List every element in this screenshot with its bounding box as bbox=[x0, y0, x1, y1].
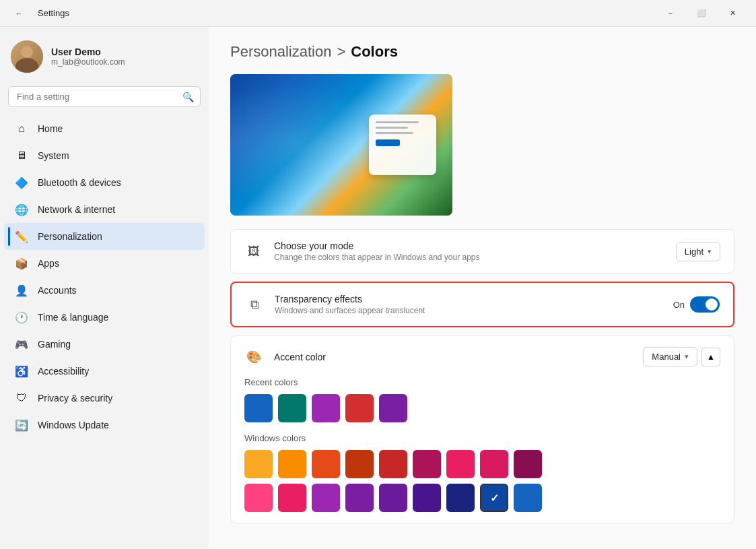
windows-color-swatch-0[interactable] bbox=[244, 450, 273, 478]
accent-dropdown[interactable]: Manual ▾ bbox=[643, 347, 697, 366]
breadcrumb-separator: > bbox=[337, 43, 345, 61]
accent-section: 🎨 Accent color Manual ▾ ▲ Recent colors bbox=[230, 335, 734, 523]
transparency-title: Transparency effects bbox=[275, 294, 662, 304]
windows-color-swatch-10[interactable] bbox=[278, 484, 306, 512]
recent-color-swatch-2[interactable] bbox=[312, 394, 340, 422]
transparency-card: ⧉ Transparency effects Windows and surfa… bbox=[230, 282, 734, 327]
windows-color-swatch-11[interactable] bbox=[312, 484, 340, 512]
windows-color-swatch-12[interactable] bbox=[345, 484, 374, 512]
transparency-control: On bbox=[673, 296, 720, 313]
windows-color-swatch-4[interactable] bbox=[379, 450, 407, 478]
sidebar-item-bluetooth[interactable]: 🔷 Bluetooth & devices bbox=[4, 169, 205, 196]
toggle-knob bbox=[706, 298, 718, 311]
accent-value: Manual bbox=[652, 352, 681, 362]
nav-icon-windows-update: 🔄 bbox=[15, 418, 28, 432]
nav-label-network: Network & internet bbox=[38, 204, 115, 215]
back-button[interactable]: ← bbox=[8, 3, 30, 24]
preview-image bbox=[230, 74, 452, 216]
mode-text: Choose your mode Change the colors that … bbox=[274, 240, 665, 262]
nav-label-apps: Apps bbox=[38, 258, 59, 269]
windows-color-swatch-6[interactable] bbox=[446, 450, 475, 478]
recent-color-swatch-1[interactable] bbox=[278, 394, 306, 422]
nav-label-home: Home bbox=[38, 123, 63, 134]
mode-dropdown-arrow: ▾ bbox=[708, 247, 712, 256]
collapse-icon: ▲ bbox=[707, 352, 715, 362]
nav-icon-network: 🌐 bbox=[15, 203, 28, 216]
minimize-button[interactable]: − bbox=[655, 3, 686, 24]
user-name: User Demo bbox=[51, 46, 125, 57]
nav-label-windows-update: Windows Update bbox=[38, 420, 109, 430]
windows-color-swatch-17[interactable] bbox=[514, 484, 542, 512]
mode-icon: 🖼 bbox=[244, 242, 263, 261]
sidebar-item-accessibility[interactable]: ♿ Accessibility bbox=[4, 358, 205, 385]
windows-color-swatch-13[interactable] bbox=[379, 484, 407, 512]
sidebar: User Demo m_lab@outlook.com 🔍 ⌂ Home 🖥 S… bbox=[0, 27, 209, 549]
windows-color-swatch-2[interactable] bbox=[312, 450, 340, 478]
user-info: User Demo m_lab@outlook.com bbox=[51, 46, 125, 67]
accent-dropdown-arrow: ▾ bbox=[685, 352, 689, 361]
sidebar-item-privacy[interactable]: 🛡 Privacy & security bbox=[4, 385, 205, 412]
maximize-button[interactable]: ⬜ bbox=[686, 3, 717, 24]
nav-label-accessibility: Accessibility bbox=[38, 366, 89, 377]
breadcrumb-parent: Personalization bbox=[230, 43, 331, 61]
toggle-label: On bbox=[673, 300, 685, 310]
windows-color-swatch-9[interactable] bbox=[244, 484, 273, 512]
window-controls: − ⬜ ✕ bbox=[655, 3, 748, 24]
main-content: Personalization > Colors 🖼 Choose your m… bbox=[209, 27, 756, 549]
sidebar-item-personalization[interactable]: ✏️ Personalization bbox=[4, 223, 205, 250]
nav-label-bluetooth: Bluetooth & devices bbox=[38, 177, 121, 188]
preview-card bbox=[369, 115, 436, 175]
user-email: m_lab@outlook.com bbox=[51, 57, 125, 67]
nav-icon-accounts: 👤 bbox=[15, 284, 28, 297]
card-line-3 bbox=[376, 132, 413, 134]
windows-color-swatch-5[interactable] bbox=[413, 450, 441, 478]
windows-colors-label: Windows colors bbox=[244, 433, 720, 443]
mode-dropdown[interactable]: Light ▾ bbox=[676, 242, 720, 261]
accent-header: 🎨 Accent color Manual ▾ ▲ bbox=[231, 336, 734, 377]
nav-label-time: Time & language bbox=[38, 312, 108, 323]
breadcrumb-current: Colors bbox=[351, 43, 398, 61]
sidebar-item-gaming[interactable]: 🎮 Gaming bbox=[4, 331, 205, 358]
windows-color-swatch-8[interactable] bbox=[514, 450, 542, 478]
nav-container: ⌂ Home 🖥 System 🔷 Bluetooth & devices 🌐 … bbox=[0, 115, 209, 439]
transparency-icon: ⧉ bbox=[245, 295, 264, 314]
search-box: 🔍 bbox=[8, 86, 201, 107]
windows-color-swatch-14[interactable] bbox=[413, 484, 441, 512]
card-line-1 bbox=[376, 121, 419, 123]
close-button[interactable]: ✕ bbox=[717, 3, 748, 24]
recent-color-swatch-4[interactable] bbox=[379, 394, 407, 422]
search-input[interactable] bbox=[8, 86, 201, 107]
nav-icon-accessibility: ♿ bbox=[15, 364, 28, 378]
sidebar-item-system[interactable]: 🖥 System bbox=[4, 142, 205, 169]
recent-color-swatch-3[interactable] bbox=[345, 394, 374, 422]
nav-icon-time: 🕐 bbox=[15, 311, 28, 324]
recent-color-swatch-0[interactable] bbox=[244, 394, 273, 422]
nav-label-personalization: Personalization bbox=[38, 231, 102, 242]
sidebar-item-home[interactable]: ⌂ Home bbox=[4, 115, 205, 142]
nav-icon-bluetooth: 🔷 bbox=[15, 176, 28, 189]
sidebar-item-time[interactable]: 🕐 Time & language bbox=[4, 304, 205, 331]
accent-collapse-button[interactable]: ▲ bbox=[701, 348, 720, 366]
transparency-subtitle: Windows and surfaces appear translucent bbox=[275, 306, 662, 315]
windows-color-swatch-1[interactable] bbox=[278, 450, 306, 478]
sidebar-item-network[interactable]: 🌐 Network & internet bbox=[4, 196, 205, 223]
transparency-toggle[interactable] bbox=[690, 296, 720, 313]
mode-card: 🖼 Choose your mode Change the colors tha… bbox=[230, 229, 734, 273]
search-icon: 🔍 bbox=[182, 92, 194, 102]
accent-icon: 🎨 bbox=[244, 348, 263, 366]
windows-color-swatch-16[interactable] bbox=[480, 484, 508, 512]
windows-color-swatch-7[interactable] bbox=[480, 450, 508, 478]
sidebar-item-accounts[interactable]: 👤 Accounts bbox=[4, 277, 205, 304]
nav-icon-system: 🖥 bbox=[15, 149, 28, 162]
windows-color-swatch-15[interactable] bbox=[446, 484, 475, 512]
user-profile[interactable]: User Demo m_lab@outlook.com bbox=[0, 35, 209, 84]
accent-title: Accent color bbox=[274, 352, 632, 362]
windows-color-swatch-3[interactable] bbox=[345, 450, 374, 478]
mode-control: Light ▾ bbox=[676, 242, 720, 261]
nav-label-system: System bbox=[38, 150, 69, 161]
nav-label-accounts: Accounts bbox=[38, 285, 77, 296]
sidebar-item-apps[interactable]: 📦 Apps bbox=[4, 250, 205, 277]
nav-label-gaming: Gaming bbox=[38, 339, 71, 350]
mode-row: 🖼 Choose your mode Change the colors tha… bbox=[231, 230, 734, 273]
sidebar-item-windows-update[interactable]: 🔄 Windows Update bbox=[4, 412, 205, 439]
